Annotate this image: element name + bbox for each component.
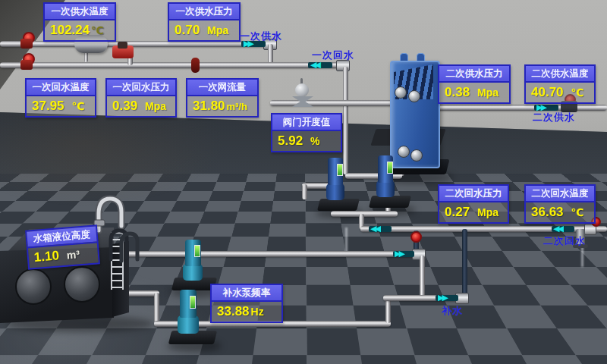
- flow-arrow-left-icon: ◀◀: [553, 224, 561, 233]
- panel-primary-return-pressure: 一次回水压力 0.39Mpa: [105, 78, 177, 118]
- panel-title: 补水泵频率: [212, 285, 281, 302]
- pipe-reflection: [345, 228, 348, 253]
- panel-value: 37.95: [32, 99, 64, 114]
- pump-status-light: [337, 164, 343, 176]
- hx-port: [395, 86, 407, 99]
- flow-arrow-right-icon: ▶▶: [438, 293, 446, 302]
- hx-port: [408, 90, 420, 102]
- pump-status-light: [194, 245, 200, 257]
- panel-tank-level: 水箱液位高度 1.10m³: [25, 224, 100, 269]
- panel-unit: Mpa: [207, 24, 228, 36]
- pipe-tag-secondary-return: 二次回水: [543, 234, 586, 248]
- panel-value: 40.70: [531, 85, 564, 100]
- hmi-screen: ▶▶ ◀◀ ▶▶ ◀◀ ◀◀ ▶▶ ▶▶: [0, 0, 607, 364]
- butterfly-valve[interactable]: [191, 58, 200, 73]
- flow-arrow-right-icon: ▶▶: [395, 249, 403, 258]
- panel-title: 阀门开度值: [272, 115, 341, 131]
- panel-title: 一次供水压力: [169, 4, 239, 20]
- panel-value: 33.88: [217, 304, 250, 319]
- panel-value: 0.39: [112, 99, 137, 114]
- panel-unit: Mpa: [477, 86, 498, 99]
- panel-title: 一次回水温度: [27, 80, 95, 96]
- pipe-makeup-pump1: [114, 251, 425, 257]
- panel-secondary-return-pressure: 二次回水压力 0.27Mpa: [438, 184, 509, 224]
- pipe-tag-makeup-water: 补水: [442, 304, 463, 318]
- pump-status-light: [190, 296, 196, 309]
- panel-value: 5.92: [278, 133, 303, 149]
- panel-value: 31.80: [193, 99, 225, 114]
- panel-value: 0.70: [175, 23, 200, 38]
- pipe-tag-secondary-supply: 二次供水: [533, 111, 575, 124]
- pipe-tank-drop: [154, 293, 159, 323]
- panel-primary-return-temp: 一次回水温度 37.95℃: [25, 78, 96, 118]
- manual-valve-body: [20, 39, 33, 49]
- pipe-primary-supply: [0, 41, 267, 47]
- pump-status-light: [387, 162, 393, 174]
- panel-valve-opening: 阀门开度值 5.92%: [271, 113, 342, 152]
- pipe-primary-return-riser: [343, 67, 348, 174]
- panel-value: 36.63: [531, 205, 564, 220]
- panel-unit: %: [310, 135, 319, 147]
- small-red-pump-motor: [118, 42, 127, 49]
- pipe-makeup-riser: [462, 229, 467, 296]
- panel-value: 102.24: [50, 23, 90, 38]
- panel-unit: ℃: [72, 100, 85, 112]
- control-valve-actuator[interactable]: [295, 83, 309, 97]
- pipe-makeup-drop: [420, 256, 425, 297]
- flow-arrow-left-icon: ◀◀: [370, 224, 379, 233]
- tank-manhole: [15, 268, 52, 305]
- panel-title: 二次供水温度: [526, 66, 594, 83]
- panel-secondary-supply-temp: 二次供水温度 40.70℃: [524, 64, 596, 104]
- pipe-to-exchanger: [270, 100, 405, 106]
- hx-port: [398, 146, 410, 158]
- panel-value: 0.38: [445, 85, 470, 100]
- hx-port: [410, 149, 423, 162]
- panel-primary-network-flow: 一次网流量 31.80m³/h: [186, 78, 259, 118]
- panel-unit: ℃: [571, 86, 584, 99]
- panel-unit: m³: [66, 248, 80, 261]
- panel-title: 二次供水压力: [439, 66, 509, 83]
- pipe-pump2-riser: [385, 297, 391, 323]
- manual-valve-body: [20, 60, 33, 70]
- pipe-pump-suction-manifold: [331, 211, 398, 217]
- pipe-secondary-supply: [432, 105, 607, 111]
- panel-unit: Hz: [251, 306, 264, 318]
- panel-title: 二次回水温度: [526, 186, 594, 202]
- panel-secondary-supply-pressure: 二次供水压力 0.38Mpa: [438, 64, 511, 104]
- panel-unit: ℃: [91, 24, 104, 36]
- pipe-tag-primary-supply: 一次供水: [240, 30, 282, 43]
- tank-manhole: [64, 266, 100, 303]
- panel-title: 一次网流量: [187, 80, 257, 96]
- panel-title: 二次回水压力: [439, 186, 508, 202]
- panel-title: 一次供水温度: [45, 4, 115, 20]
- panel-value: 0.27: [445, 205, 470, 220]
- tank-gooseneck-pipes: [105, 226, 147, 262]
- panel-makeup-pump-frequency: 补水泵频率 33.88Hz: [210, 284, 283, 323]
- panel-primary-supply-pressure: 一次供水压力 0.70Mpa: [168, 2, 241, 42]
- pipe-pump-stub-drop: [302, 184, 307, 199]
- panel-unit: m³/h: [227, 101, 247, 112]
- panel-value: 1.10: [33, 248, 60, 265]
- pipe-primary-return: [0, 62, 341, 68]
- panel-secondary-return-temp: 二次回水温度 36.63℃: [524, 184, 596, 224]
- panel-unit: Mpa: [145, 100, 166, 112]
- pipe-tag-primary-return: 一次回水: [312, 49, 354, 62]
- panel-unit: ℃: [571, 206, 584, 218]
- panel-title: 一次回水压力: [107, 80, 175, 96]
- panel-unit: Mpa: [477, 206, 498, 218]
- bypass-valve-wheel[interactable]: [410, 231, 422, 243]
- panel-primary-supply-temp: 一次供水温度 102.24℃: [43, 2, 116, 42]
